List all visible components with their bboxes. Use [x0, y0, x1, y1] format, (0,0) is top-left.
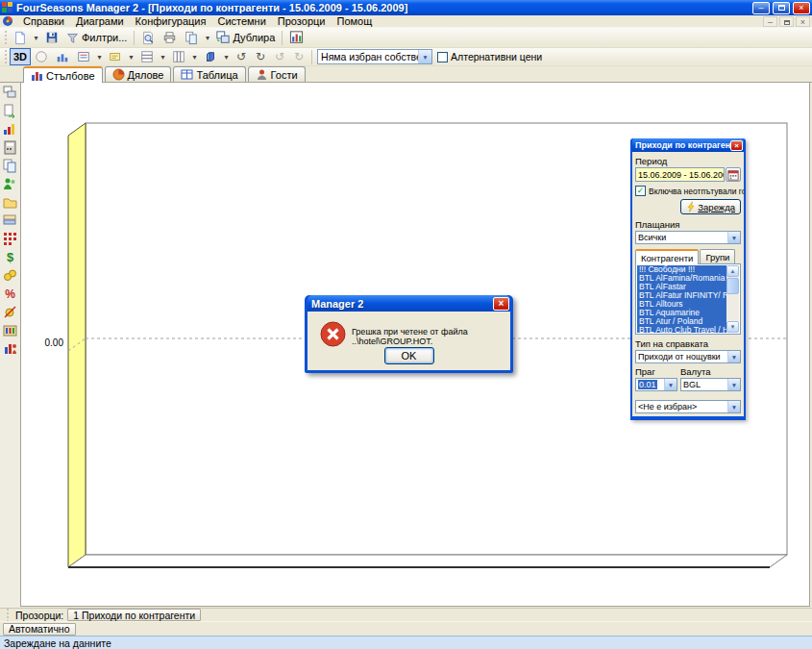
list-item[interactable]: BTL Alltours [637, 300, 726, 309]
horizontal-grid-dropdown[interactable]: ▾ [158, 48, 168, 65]
sidebar-icon-cards[interactable] [3, 213, 17, 228]
tab-pie[interactable]: Дялове [105, 66, 172, 82]
marks-button[interactable] [105, 48, 126, 65]
pie-rotation-button[interactable] [31, 48, 52, 65]
sidebar-icon-archive-chart[interactable] [3, 323, 17, 337]
marks-dropdown[interactable]: ▾ [126, 48, 136, 65]
tilt-forward-button[interactable]: ↻ [289, 48, 308, 65]
print-button[interactable] [159, 29, 181, 46]
sidebar-icon-folders[interactable] [3, 195, 17, 210]
sidebar-icon-calculator[interactable] [3, 140, 17, 155]
include-guests-checkbox[interactable]: ✓ Включва неотпътували гости [635, 186, 741, 196]
hotel-select[interactable]: <Не е избран> ▼ [635, 400, 741, 413]
sidebar-icon-price-cut[interactable] [3, 305, 17, 319]
chevron-down-icon[interactable]: ▼ [727, 379, 740, 390]
minimize-button[interactable]: – [752, 2, 770, 14]
menu-diagrami[interactable]: Диаграми [70, 15, 130, 28]
owner-combobox[interactable]: Няма избран собственици ▼ [317, 49, 432, 64]
sidebar-icon-occupancy-grid[interactable] [3, 232, 17, 246]
close-button[interactable]: × [793, 2, 810, 14]
windows-label: Прозорци: [15, 610, 63, 621]
sidebar-icon-coins[interactable] [3, 268, 17, 283]
legend-dropdown[interactable]: ▾ [94, 48, 105, 65]
menu-spravki[interactable]: Справки [17, 15, 70, 28]
chart-window-button[interactable] [285, 29, 308, 46]
currency-select[interactable]: BGL ▼ [680, 378, 741, 391]
sidebar-icon-guests[interactable] [3, 177, 17, 191]
sidebar-icon-payments[interactable]: $ [3, 250, 17, 264]
print-preview-button[interactable] [137, 29, 159, 46]
sidebar-icon-revenue-chart[interactable] [3, 122, 17, 137]
scroll-up-icon[interactable]: ▲ [726, 265, 739, 277]
automatic-button[interactable]: Автоматично [3, 623, 76, 636]
filter-button[interactable]: Филтри... [62, 29, 131, 46]
chart-icon [289, 31, 304, 44]
menu-konfiguracia[interactable]: Конфигурация [130, 15, 212, 28]
horizontal-grid-button[interactable] [136, 48, 158, 65]
list-item[interactable]: BTL Aquamarine [637, 309, 726, 317]
tab-guests[interactable]: Гости [248, 66, 306, 82]
list-item[interactable]: BTL Atur / Poland [637, 317, 726, 326]
error-dialog-close-button[interactable]: × [493, 297, 509, 311]
tab-table[interactable]: Таблица [173, 66, 245, 82]
copy-button[interactable] [181, 29, 202, 46]
mdi-restore-button[interactable] [779, 16, 794, 27]
tab-groups[interactable]: Групи [700, 249, 735, 263]
legend-button[interactable] [73, 48, 94, 65]
payments-select[interactable]: Всички ▼ [635, 231, 741, 244]
list-item[interactable]: BTL AlFatur INFINITY/ Romani [637, 291, 726, 300]
sidebar-icon-discounts[interactable]: % [3, 287, 17, 301]
vertical-grid-button[interactable] [168, 48, 189, 65]
calendar-button[interactable] [726, 167, 741, 182]
load-button[interactable]: Зарежда [680, 199, 741, 214]
tab-bars[interactable]: Стълбове [23, 66, 103, 83]
chevron-down-icon[interactable]: ▼ [727, 401, 740, 412]
mdi-minimize-button[interactable]: – [763, 16, 777, 27]
new-report-button[interactable] [10, 29, 31, 46]
vertical-grid-dropdown[interactable]: ▾ [189, 48, 200, 65]
report-type-select[interactable]: Приходи от нощувки ▼ [635, 350, 741, 363]
ok-button[interactable]: OK [384, 347, 434, 364]
mdi-close-button[interactable]: × [796, 16, 810, 27]
list-item[interactable]: BTL AlFastar [637, 283, 726, 291]
menu-pomosht[interactable]: Помощ [331, 15, 378, 28]
listbox-scrollbar[interactable]: ▲ ▼ [726, 265, 739, 333]
tab-contragents[interactable]: Контрагенти [635, 249, 699, 264]
restore-button[interactable] [773, 2, 790, 14]
save-button[interactable] [41, 29, 62, 46]
sidebar-icon-windows[interactable] [3, 86, 17, 100]
3d-toggle-button[interactable]: 3D [10, 48, 31, 65]
threshold-combo[interactable]: 0.01 ▼ [635, 378, 677, 391]
sidebar-icon-export-report[interactable] [3, 104, 17, 118]
sidebar-icon-guest-stats[interactable] [3, 341, 17, 356]
list-item[interactable]: !!! Свободни !!! [637, 265, 726, 274]
series-depth-button[interactable] [200, 48, 221, 65]
open-window-button[interactable]: 1 Приходи по контрагенти [67, 609, 201, 621]
menu-prozorci[interactable]: Прозорци [272, 15, 332, 28]
duplicate-button[interactable]: Дублира [212, 29, 279, 46]
chart-type-button[interactable] [52, 48, 73, 65]
payments-select-value: Всички [636, 233, 727, 242]
menu-sistemni[interactable]: Системни [211, 15, 271, 28]
sidebar-icon-copy-report[interactable] [3, 159, 17, 173]
chevron-down-icon[interactable]: ▼ [727, 351, 740, 362]
new-report-dropdown[interactable]: ▾ [31, 29, 41, 46]
rotate-ccw-button[interactable]: ↺ [232, 48, 251, 65]
tilt-back-button[interactable]: ↺ [270, 48, 289, 65]
toolbar-grip[interactable] [5, 31, 7, 44]
series-depth-dropdown[interactable]: ▾ [221, 48, 232, 65]
period-input[interactable]: 15.06.2009 - 15.06.2009 [635, 167, 725, 182]
chevron-down-icon[interactable]: ▼ [418, 50, 431, 63]
rotate-cw-button[interactable]: ↻ [251, 48, 270, 65]
toolbar-grip[interactable] [5, 50, 7, 63]
chevron-down-icon[interactable]: ▼ [727, 232, 740, 243]
list-item[interactable]: BTL Auto Club Travel / Hunga [637, 326, 726, 333]
windows-bar-grip[interactable] [7, 609, 9, 622]
list-item[interactable]: BTL AlFamina/Romania [637, 274, 726, 283]
copy-dropdown[interactable]: ▾ [202, 29, 212, 46]
alt-prices-checkbox[interactable]: Алтернативни цени [437, 51, 542, 62]
scrollbar-thumb[interactable] [726, 278, 739, 294]
scroll-down-icon[interactable]: ▼ [726, 321, 739, 333]
panel-close-button[interactable]: × [730, 140, 743, 151]
chevron-down-icon[interactable]: ▼ [664, 379, 677, 390]
